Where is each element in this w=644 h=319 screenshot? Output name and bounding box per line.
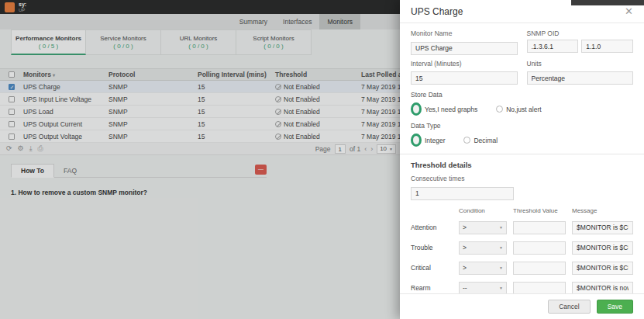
attention-message-input[interactable] [572,221,633,234]
radio-label: Integer [425,137,445,144]
critical-label: Critical [411,264,453,272]
condition-value: -- [463,284,467,292]
critical-threshold-input[interactable] [513,262,566,275]
interval-label: Interval (Minutes) [411,60,518,68]
cancel-button[interactable]: Cancel [548,300,590,314]
attention-condition-select[interactable]: > ▼ [459,221,507,234]
units-input[interactable] [527,71,634,85]
rearm-condition-select[interactable]: -- ▼ [459,282,507,295]
radio-no-just-alert[interactable]: No,just alert [496,102,541,116]
trouble-threshold-input[interactable] [513,241,566,255]
critical-condition-select[interactable]: > ▼ [459,262,507,275]
consecutive-times-input[interactable] [411,187,514,200]
condition-value: > [463,244,467,251]
chevron-down-icon: ▼ [499,286,503,290]
save-button[interactable]: Save [597,300,633,314]
threshold-row-rearm: Rearm -- ▼ [411,282,633,295]
threshold-row-trouble: Trouble > ▼ [411,241,633,255]
radio-yes-need-graphs[interactable]: Yes,I need graphs [411,102,477,116]
chevron-down-icon: ▼ [499,265,503,270]
radio-label: No,just alert [506,106,541,113]
window-strip [571,0,644,5]
chevron-down-icon: ▼ [499,225,503,230]
panel-body: Monitor Name SNMP OID Interval (Minutes)… [400,23,644,295]
app: sy: UP Summary Interfaces Monitors Perfo… [0,0,644,319]
radio-icon [496,106,503,113]
consecutive-times-label: Consecutive times [411,175,633,182]
monitor-edit-panel: UPS Charge ✕ Monitor Name SNMP OID Inter… [400,0,644,319]
snmp-oid-label: SNMP OID [527,29,634,37]
section-divider [400,154,644,154]
threshold-value-column-label: Threshold Value [513,207,566,214]
threshold-details-heading: Threshold details [411,161,633,169]
rearm-message-input[interactable] [572,282,633,295]
monitor-name-label: Monitor Name [411,29,518,37]
data-type-label: Data Type [411,122,633,130]
threshold-row-attention: Attention > ▼ [411,221,633,234]
radio-icon [463,137,470,144]
radio-integer[interactable]: Integer [411,133,445,147]
monitor-name-input[interactable] [411,42,518,55]
radio-selected-icon [411,102,422,116]
radio-selected-icon [411,133,422,147]
trouble-message-input[interactable] [572,241,633,255]
panel-title: UPS Charge [411,6,463,17]
critical-message-input[interactable] [572,262,633,275]
condition-value: > [463,264,467,272]
condition-value: > [463,224,467,231]
trouble-condition-select[interactable]: > ▼ [459,241,507,255]
chevron-down-icon: ▼ [499,245,503,250]
threshold-table-header: Condition Threshold Value Message [411,207,633,214]
snmp-oid-suffix-input[interactable] [581,40,633,53]
trouble-label: Trouble [411,244,453,251]
interval-input[interactable] [411,71,518,85]
attention-label: Attention [411,224,453,231]
condition-column-label: Condition [459,207,507,214]
radio-label: Yes,I need graphs [425,106,477,113]
threshold-row-critical: Critical > ▼ [411,262,633,275]
close-icon[interactable]: ✕ [625,6,633,16]
units-label: Units [527,60,634,68]
attention-threshold-input[interactable] [513,221,566,234]
panel-footer: Cancel Save [400,293,644,319]
radio-decimal[interactable]: Decimal [463,133,498,147]
radio-label: Decimal [474,137,498,144]
snmp-oid-base-input[interactable] [527,40,579,53]
message-column-label: Message [572,207,633,214]
rearm-threshold-input[interactable] [513,282,566,295]
store-data-label: Store Data [411,91,633,99]
rearm-label: Rearm [411,284,453,292]
